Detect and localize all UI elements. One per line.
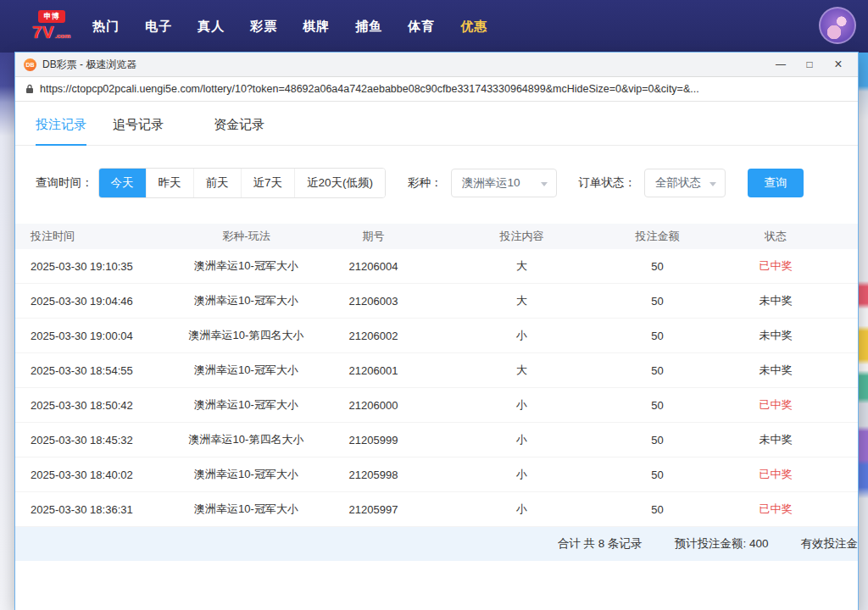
lottery-filter-label: 彩种： [408,175,442,191]
cell-bet-time: 2025-03-30 19:04:46 [15,295,168,308]
status-select-value: 全部状态 [655,175,701,191]
summary-item: 合计 共 8 条记录 [558,536,643,552]
cell-issue-number: 21206003 [325,295,422,308]
window-titlebar: DB DB彩票 - 极速浏览器 — □ × [15,53,858,77]
time-option-button[interactable]: 前天 [193,169,241,197]
status-filter-label: 订单状态： [579,175,637,191]
cell-lottery-play: 澳洲幸运10-第四名大小 [168,328,325,343]
cell-bet-content: 小 [422,432,621,447]
table-row[interactable]: 2025-03-30 18:36:31 澳洲幸运10-冠军大小 21205997… [15,492,858,527]
lock-icon [25,84,34,94]
cell-bet-content: 大 [422,258,621,274]
nav-item[interactable]: 优惠 [460,19,487,35]
site-logo[interactable]: 申博 7V.com [32,10,70,42]
bet-records-table: 2025-03-30 19:10:35 澳洲幸运10-冠军大小 21206004… [15,249,858,527]
browser-window: DB DB彩票 - 极速浏览器 — □ × https://ctopcp02pc… [15,53,858,610]
tab[interactable]: 追号记录 [113,117,164,145]
cell-status: 未中奖 [693,328,858,343]
column-header: 投注内容 [422,229,621,244]
url-text: https://ctopcp02pcali.uengi5e.com/lotter… [40,83,699,95]
cell-status: 未中奖 [693,363,858,378]
cell-lottery-play: 澳洲幸运10-冠军大小 [168,467,325,482]
time-option-button[interactable]: 昨天 [146,169,193,197]
table-row[interactable]: 2025-03-30 18:40:02 澳洲幸运10-冠军大小 21205998… [15,458,858,492]
nav-item[interactable]: 彩票 [250,19,277,35]
tab[interactable]: 投注记录 [36,117,86,146]
cell-lottery-play: 澳洲幸运10-第四名大小 [168,432,325,447]
cell-bet-content: 小 [422,502,621,517]
cell-bet-content: 小 [422,328,621,343]
cell-issue-number: 21206004 [325,260,422,273]
minimize-button[interactable]: — [766,53,795,76]
cell-lottery-play: 澳洲幸运10-冠军大小 [168,502,325,517]
cell-bet-time: 2025-03-30 19:10:35 [15,260,168,273]
column-header: 状态 [693,229,858,244]
cell-lottery-play: 澳洲幸运10-冠军大小 [168,397,325,413]
query-button[interactable]: 查询 [748,169,804,197]
cell-issue-number: 21205998 [325,469,422,481]
time-option-button[interactable]: 今天 [99,169,146,197]
cell-issue-number: 21206002 [325,330,422,342]
site-nav-items: 热门 电子 真人 彩票 棋牌 捕鱼 体育 优惠 [92,19,487,35]
window-controls: — □ × [766,53,853,76]
site-nav: 申博 7V.com 热门 电子 真人 彩票 棋牌 捕鱼 体育 优惠 [0,0,868,53]
chevron-down-icon [709,182,716,186]
cell-bet-time: 2025-03-30 18:45:32 [15,434,168,446]
tab[interactable]: 资金记录 [214,117,264,145]
close-button[interactable]: × [824,53,853,76]
logo-badge: 申博 [38,10,65,23]
table-row[interactable]: 2025-03-30 18:50:42 澳洲幸运10-冠军大小 21206000… [15,388,858,423]
cell-bet-time: 2025-03-30 19:00:04 [15,330,168,342]
nav-item[interactable]: 捕鱼 [355,19,382,35]
cell-bet-content: 小 [422,467,621,482]
time-option-button[interactable]: 近20天(低频) [294,169,385,197]
cell-bet-content: 大 [422,293,621,308]
cell-issue-number: 21206001 [325,364,422,377]
column-header: 投注时间 [15,229,168,244]
cell-lottery-play: 澳洲幸运10-冠军大小 [168,258,325,274]
cell-status: 已中奖 [693,397,858,413]
user-avatar[interactable] [819,7,856,44]
nav-item[interactable]: 热门 [92,19,120,35]
cell-status: 未中奖 [693,432,858,447]
cell-issue-number: 21205997 [325,503,422,516]
nav-item[interactable]: 真人 [198,19,225,35]
cell-bet-amount: 50 [621,399,693,412]
time-filter-label: 查询时间： [36,175,93,191]
table-row[interactable]: 2025-03-30 19:04:46 澳洲幸运10-冠军大小 21206003… [15,284,858,319]
table-row[interactable]: 2025-03-30 19:00:04 澳洲幸运10-第四名大小 2120600… [15,319,858,353]
maximize-button[interactable]: □ [795,53,824,76]
cell-bet-amount: 50 [621,295,693,308]
screen: 申博 7V.com 热门 电子 真人 彩票 棋牌 捕鱼 体育 优惠 [0,0,868,610]
column-header: 彩种-玩法 [168,229,325,244]
summary-bar: 合计 共 8 条记录 预计投注金额: 400 有效投注金 [15,527,858,561]
url-bar[interactable]: https://ctopcp02pcali.uengi5e.com/lotter… [15,77,858,102]
cell-bet-amount: 50 [621,434,693,446]
cell-status: 未中奖 [693,293,858,308]
nav-item[interactable]: 电子 [145,19,172,35]
lottery-select-value: 澳洲幸运10 [462,175,520,191]
cell-bet-time: 2025-03-30 18:50:42 [15,399,168,412]
table-row[interactable]: 2025-03-30 18:54:55 澳洲幸运10-冠军大小 21206001… [15,353,858,388]
column-header: 投注金额 [621,229,693,244]
nav-item[interactable]: 体育 [408,19,435,35]
nav-item[interactable]: 棋牌 [303,19,330,35]
cell-lottery-play: 澳洲幸运10-冠军大小 [168,363,325,378]
cell-bet-amount: 50 [621,260,693,273]
time-option-button[interactable]: 近7天 [241,169,295,197]
table-header: 投注时间 彩种-玩法 期号 投注内容 投注金额 状态 [15,224,858,249]
order-status-select[interactable]: 全部状态 [644,169,726,197]
filter-bar: 查询时间： 今天 昨天 前天 近7天 近20天(低频) 彩种： 澳洲幸运10 [15,146,858,217]
lottery-select[interactable]: 澳洲幸运10 [451,169,557,197]
time-filter-group: 今天 昨天 前天 近7天 近20天(低频) [98,168,387,198]
column-header: 期号 [325,229,422,244]
cell-issue-number: 21205999 [325,434,422,446]
table-row[interactable]: 2025-03-30 18:45:32 澳洲幸运10-第四名大小 2120599… [15,423,858,458]
chevron-down-icon [541,182,548,186]
cell-issue-number: 21206000 [325,399,422,412]
cell-status: 已中奖 [693,467,858,482]
record-tabs: 投注记录 追号记录 资金记录 [15,102,858,146]
cell-bet-content: 大 [422,363,621,378]
table-row[interactable]: 2025-03-30 19:10:35 澳洲幸运10-冠军大小 21206004… [15,249,858,284]
background-left-edge [0,53,15,610]
